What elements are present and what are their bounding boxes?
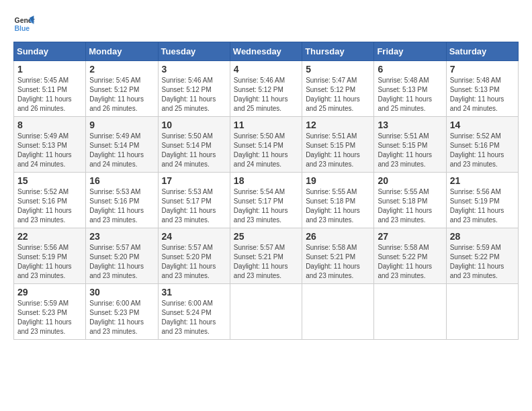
day-info: Sunrise: 5:49 AM Sunset: 5:14 PM Dayligh… [89, 132, 154, 169]
day-number: 29 [17, 287, 82, 298]
day-number: 14 [450, 120, 515, 130]
column-header-sunday: Sunday [14, 42, 86, 61]
day-info: Sunrise: 5:53 AM Sunset: 5:16 PM Dayligh… [89, 187, 154, 225]
column-header-thursday: Thursday [302, 42, 374, 61]
calendar-cell [446, 284, 518, 340]
calendar-cell: 13Sunrise: 5:51 AM Sunset: 5:15 PM Dayli… [374, 117, 446, 173]
calendar-cell: 8Sunrise: 5:49 AM Sunset: 5:13 PM Daylig… [14, 117, 86, 173]
day-info: Sunrise: 5:57 AM Sunset: 5:21 PM Dayligh… [234, 243, 298, 281]
logo-icon: General Blue [13, 13, 35, 35]
day-number: 13 [378, 120, 442, 130]
day-number: 18 [234, 175, 298, 186]
calendar-week-2: 8Sunrise: 5:49 AM Sunset: 5:13 PM Daylig… [14, 117, 519, 173]
day-number: 19 [306, 175, 370, 186]
calendar-week-4: 22Sunrise: 5:56 AM Sunset: 5:19 PM Dayli… [14, 228, 519, 284]
day-number: 2 [89, 64, 154, 75]
day-number: 1 [17, 64, 82, 75]
day-info: Sunrise: 5:45 AM Sunset: 5:12 PM Dayligh… [89, 76, 154, 113]
page-header: General Blue [13, 13, 519, 35]
calendar-cell: 15Sunrise: 5:52 AM Sunset: 5:16 PM Dayli… [14, 173, 86, 228]
day-number: 11 [234, 120, 298, 130]
day-number: 28 [450, 231, 515, 242]
day-number: 5 [306, 64, 370, 75]
calendar-cell: 22Sunrise: 5:56 AM Sunset: 5:19 PM Dayli… [14, 228, 86, 284]
day-info: Sunrise: 5:54 AM Sunset: 5:17 PM Dayligh… [234, 187, 298, 225]
day-info: Sunrise: 5:47 AM Sunset: 5:12 PM Dayligh… [306, 76, 370, 113]
day-info: Sunrise: 6:00 AM Sunset: 5:24 PM Dayligh… [162, 299, 226, 336]
day-number: 15 [17, 175, 82, 186]
day-info: Sunrise: 5:59 AM Sunset: 5:23 PM Dayligh… [17, 299, 82, 336]
day-info: Sunrise: 5:50 AM Sunset: 5:14 PM Dayligh… [162, 132, 226, 169]
day-number: 30 [89, 287, 154, 298]
day-info: Sunrise: 5:52 AM Sunset: 5:16 PM Dayligh… [450, 132, 515, 169]
day-info: Sunrise: 5:51 AM Sunset: 5:15 PM Dayligh… [378, 132, 442, 169]
day-number: 31 [162, 287, 226, 298]
calendar-cell [374, 284, 446, 340]
day-number: 24 [162, 231, 226, 242]
calendar-cell: 5Sunrise: 5:47 AM Sunset: 5:12 PM Daylig… [302, 61, 374, 117]
day-info: Sunrise: 5:57 AM Sunset: 5:20 PM Dayligh… [89, 243, 154, 281]
day-number: 22 [17, 231, 82, 242]
calendar-week-3: 15Sunrise: 5:52 AM Sunset: 5:16 PM Dayli… [14, 173, 519, 228]
calendar-cell: 25Sunrise: 5:57 AM Sunset: 5:21 PM Dayli… [230, 228, 302, 284]
day-info: Sunrise: 5:56 AM Sunset: 5:19 PM Dayligh… [17, 243, 82, 281]
day-info: Sunrise: 5:46 AM Sunset: 5:12 PM Dayligh… [234, 76, 298, 113]
calendar-cell: 28Sunrise: 5:59 AM Sunset: 5:22 PM Dayli… [446, 228, 518, 284]
svg-text:Blue: Blue [15, 25, 30, 32]
day-info: Sunrise: 5:57 AM Sunset: 5:20 PM Dayligh… [162, 243, 226, 281]
day-info: Sunrise: 5:48 AM Sunset: 5:13 PM Dayligh… [378, 76, 442, 113]
day-info: Sunrise: 5:56 AM Sunset: 5:19 PM Dayligh… [450, 187, 515, 225]
day-number: 17 [162, 175, 226, 186]
day-number: 12 [306, 120, 370, 130]
calendar-cell: 3Sunrise: 5:46 AM Sunset: 5:12 PM Daylig… [158, 61, 230, 117]
calendar-cell: 19Sunrise: 5:55 AM Sunset: 5:18 PM Dayli… [302, 173, 374, 228]
calendar-cell: 7Sunrise: 5:48 AM Sunset: 5:13 PM Daylig… [446, 61, 518, 117]
day-number: 20 [378, 175, 442, 186]
day-number: 3 [162, 64, 226, 75]
calendar-cell: 9Sunrise: 5:49 AM Sunset: 5:14 PM Daylig… [86, 117, 158, 173]
calendar-cell: 6Sunrise: 5:48 AM Sunset: 5:13 PM Daylig… [374, 61, 446, 117]
day-number: 8 [17, 120, 82, 130]
calendar-cell: 20Sunrise: 5:55 AM Sunset: 5:18 PM Dayli… [374, 173, 446, 228]
calendar-cell: 27Sunrise: 5:58 AM Sunset: 5:22 PM Dayli… [374, 228, 446, 284]
day-number: 6 [378, 64, 442, 75]
calendar-week-5: 29Sunrise: 5:59 AM Sunset: 5:23 PM Dayli… [14, 284, 519, 340]
calendar-cell [230, 284, 302, 340]
calendar-cell: 31Sunrise: 6:00 AM Sunset: 5:24 PM Dayli… [158, 284, 230, 340]
day-info: Sunrise: 5:59 AM Sunset: 5:22 PM Dayligh… [450, 243, 515, 281]
calendar-cell: 26Sunrise: 5:58 AM Sunset: 5:21 PM Dayli… [302, 228, 374, 284]
day-number: 7 [450, 64, 515, 75]
calendar-cell: 30Sunrise: 6:00 AM Sunset: 5:23 PM Dayli… [86, 284, 158, 340]
calendar-cell: 29Sunrise: 5:59 AM Sunset: 5:23 PM Dayli… [14, 284, 86, 340]
calendar-table: SundayMondayTuesdayWednesdayThursdayFrid… [13, 42, 519, 340]
day-info: Sunrise: 5:50 AM Sunset: 5:14 PM Dayligh… [234, 132, 298, 169]
calendar-cell: 4Sunrise: 5:46 AM Sunset: 5:12 PM Daylig… [230, 61, 302, 117]
day-info: Sunrise: 5:45 AM Sunset: 5:11 PM Dayligh… [17, 76, 82, 113]
calendar-cell: 18Sunrise: 5:54 AM Sunset: 5:17 PM Dayli… [230, 173, 302, 228]
day-info: Sunrise: 5:49 AM Sunset: 5:13 PM Dayligh… [17, 132, 82, 169]
day-info: Sunrise: 6:00 AM Sunset: 5:23 PM Dayligh… [89, 299, 154, 336]
calendar-cell: 17Sunrise: 5:53 AM Sunset: 5:17 PM Dayli… [158, 173, 230, 228]
day-info: Sunrise: 5:55 AM Sunset: 5:18 PM Dayligh… [306, 187, 370, 225]
calendar-cell: 12Sunrise: 5:51 AM Sunset: 5:15 PM Dayli… [302, 117, 374, 173]
calendar-cell: 16Sunrise: 5:53 AM Sunset: 5:16 PM Dayli… [86, 173, 158, 228]
calendar-cell [302, 284, 374, 340]
day-info: Sunrise: 5:55 AM Sunset: 5:18 PM Dayligh… [378, 187, 442, 225]
day-number: 25 [234, 231, 298, 242]
day-info: Sunrise: 5:58 AM Sunset: 5:21 PM Dayligh… [306, 243, 370, 281]
day-number: 21 [450, 175, 515, 186]
day-info: Sunrise: 5:58 AM Sunset: 5:22 PM Dayligh… [378, 243, 442, 281]
calendar-cell: 21Sunrise: 5:56 AM Sunset: 5:19 PM Dayli… [446, 173, 518, 228]
calendar-week-1: 1Sunrise: 5:45 AM Sunset: 5:11 PM Daylig… [14, 61, 519, 117]
day-info: Sunrise: 5:48 AM Sunset: 5:13 PM Dayligh… [450, 76, 515, 113]
column-header-wednesday: Wednesday [230, 42, 302, 61]
day-number: 9 [89, 120, 154, 130]
logo: General Blue [13, 13, 35, 35]
column-header-tuesday: Tuesday [158, 42, 230, 61]
calendar-cell: 10Sunrise: 5:50 AM Sunset: 5:14 PM Dayli… [158, 117, 230, 173]
day-number: 27 [378, 231, 442, 242]
day-number: 16 [89, 175, 154, 186]
column-header-saturday: Saturday [446, 42, 518, 61]
day-number: 26 [306, 231, 370, 242]
day-info: Sunrise: 5:52 AM Sunset: 5:16 PM Dayligh… [17, 187, 82, 225]
